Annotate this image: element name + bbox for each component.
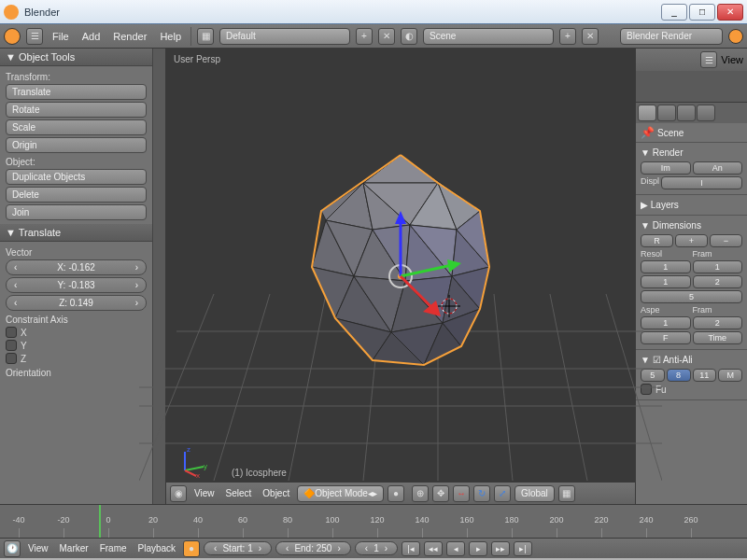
timeline-track[interactable]: -40-200204060801001201401601802002202402… bbox=[0, 505, 747, 538]
outliner-type-icon[interactable]: ☰ bbox=[700, 51, 717, 68]
timeline-tick-label: 60 bbox=[238, 515, 247, 525]
blender-logo-icon[interactable] bbox=[4, 28, 21, 45]
record-button[interactable]: ● bbox=[183, 540, 200, 557]
editor-type-icon[interactable]: ◉ bbox=[170, 485, 187, 502]
manip-translate-icon[interactable]: ↔ bbox=[453, 485, 470, 502]
prev-key-button[interactable]: ◂◂ bbox=[424, 541, 443, 556]
layout-add-icon[interactable]: + bbox=[356, 28, 373, 45]
tab-object[interactable] bbox=[697, 105, 715, 121]
scene-del-icon[interactable]: ✕ bbox=[582, 28, 599, 45]
display-dropdown[interactable]: I bbox=[661, 176, 742, 189]
tab-render[interactable] bbox=[638, 105, 656, 121]
res-pct[interactable]: 5 bbox=[641, 290, 742, 303]
constraint-x[interactable]: X bbox=[6, 327, 147, 338]
delete-button[interactable]: Delete bbox=[6, 187, 147, 203]
screen-layout-dropdown[interactable]: Default bbox=[219, 28, 350, 45]
render-image-button[interactable]: Im bbox=[641, 161, 691, 175]
duplicate-button[interactable]: Duplicate Objects bbox=[6, 169, 147, 185]
object-tools-header[interactable]: ▼ Object Tools bbox=[0, 49, 152, 66]
scene-add-icon[interactable]: + bbox=[559, 28, 576, 45]
fps[interactable]: 2 bbox=[693, 316, 743, 329]
constraint-z[interactable]: Z bbox=[6, 353, 147, 364]
orientation-dropdown[interactable]: Global bbox=[514, 485, 555, 502]
layers-icon[interactable]: ▦ bbox=[558, 485, 575, 502]
vp-menu-select[interactable]: Select bbox=[222, 486, 256, 500]
aspect-x[interactable]: 1 bbox=[641, 316, 691, 329]
mode-dropdown[interactable]: 🔶 Object Mode ◂▸ bbox=[297, 485, 384, 502]
vector-y-field[interactable]: ‹Y: -0.183› bbox=[6, 277, 147, 293]
tab-scene[interactable] bbox=[657, 105, 676, 121]
res-y[interactable]: 1 bbox=[641, 275, 691, 288]
perspective-label: User Persp bbox=[174, 54, 220, 64]
tl-frame[interactable]: Frame bbox=[96, 541, 131, 555]
3d-viewport[interactable]: User Persp bbox=[166, 49, 635, 504]
origin-button[interactable]: Origin bbox=[6, 137, 147, 153]
frame-start[interactable]: 1 bbox=[693, 260, 743, 273]
start-frame-field[interactable]: ‹ Start: 1 › bbox=[204, 541, 272, 555]
scene-dropdown[interactable]: Scene bbox=[423, 28, 554, 45]
translate-panel-header[interactable]: ▼ Translate bbox=[0, 224, 152, 242]
current-frame-field[interactable]: ‹ 1 › bbox=[355, 541, 398, 555]
layers-panel-header[interactable]: ▶ Layers bbox=[641, 198, 742, 212]
vector-x-field[interactable]: ‹X: -0.162› bbox=[6, 259, 147, 275]
manip-scale-icon[interactable]: ⤢ bbox=[494, 485, 511, 502]
minimize-button[interactable]: _ bbox=[661, 4, 687, 21]
outliner-view[interactable]: View bbox=[721, 54, 743, 65]
dimensions-panel-header[interactable]: ▼ Dimensions bbox=[641, 218, 742, 232]
close-button[interactable]: ✕ bbox=[717, 4, 743, 21]
timeline-tick-label: 160 bbox=[459, 515, 473, 525]
manip-rotate-icon[interactable]: ↻ bbox=[473, 485, 490, 502]
aa-8[interactable]: 8 bbox=[667, 369, 691, 382]
menu-help[interactable]: Help bbox=[156, 29, 185, 44]
transform-gizmo[interactable] bbox=[317, 192, 485, 360]
scene-icon[interactable]: ◐ bbox=[401, 28, 417, 45]
full-sample[interactable]: Fu bbox=[641, 384, 667, 395]
aa-11[interactable]: 11 bbox=[693, 369, 717, 382]
play-rev-button[interactable]: ◂ bbox=[446, 541, 465, 556]
vector-z-field[interactable]: ‹Z: 0.149› bbox=[6, 295, 147, 311]
layout-del-icon[interactable]: ✕ bbox=[378, 28, 395, 45]
pivot-icon[interactable]: ⊕ bbox=[412, 485, 429, 502]
menu-render[interactable]: Render bbox=[109, 29, 150, 44]
pin-icon[interactable]: 📌 bbox=[641, 126, 655, 139]
tab-world[interactable] bbox=[677, 105, 696, 121]
menu-file[interactable]: File bbox=[49, 29, 73, 44]
scale-button[interactable]: Scale bbox=[6, 119, 147, 135]
preset-dropdown[interactable]: R bbox=[641, 234, 673, 247]
maximize-button[interactable]: □ bbox=[689, 4, 715, 21]
vp-menu-view[interactable]: View bbox=[190, 486, 218, 500]
antialias-panel-header[interactable]: ▼ ☑ Anti-Ali bbox=[641, 353, 742, 367]
frame-end[interactable]: 2 bbox=[693, 275, 743, 288]
tl-playback[interactable]: Playback bbox=[134, 541, 180, 555]
window-type-icon[interactable]: ☰ bbox=[26, 28, 43, 45]
res-x[interactable]: 1 bbox=[641, 260, 691, 273]
translate-button[interactable]: Translate bbox=[6, 84, 147, 100]
aa-5[interactable]: 5 bbox=[641, 369, 665, 382]
jump-end-button[interactable]: ▸| bbox=[514, 541, 532, 556]
outliner[interactable] bbox=[636, 71, 747, 103]
join-button[interactable]: Join bbox=[6, 204, 147, 220]
layout-icon[interactable]: ▦ bbox=[197, 28, 214, 45]
preset-del[interactable]: − bbox=[710, 234, 742, 247]
tl-view[interactable]: View bbox=[24, 541, 52, 555]
aspect-y[interactable]: F bbox=[641, 331, 691, 344]
play-button[interactable]: ▸ bbox=[469, 541, 487, 556]
next-key-button[interactable]: ▸▸ bbox=[491, 541, 510, 556]
menu-add[interactable]: Add bbox=[78, 29, 105, 44]
jump-start-button[interactable]: |◂ bbox=[402, 541, 420, 556]
timeline-type-icon[interactable]: 🕐 bbox=[4, 540, 21, 557]
shading-icon[interactable]: ● bbox=[388, 485, 404, 502]
constraint-y[interactable]: Y bbox=[6, 340, 147, 351]
toolshelf-scrollbar[interactable] bbox=[152, 49, 165, 504]
time-remap[interactable]: Time bbox=[693, 331, 743, 344]
preset-add[interactable]: + bbox=[675, 234, 708, 247]
manipulator-icon[interactable]: ✥ bbox=[432, 485, 449, 502]
rotate-button[interactable]: Rotate bbox=[6, 102, 147, 118]
end-frame-field[interactable]: ‹ End: 250 › bbox=[275, 541, 351, 555]
tl-marker[interactable]: Marker bbox=[56, 541, 92, 555]
vp-menu-object[interactable]: Object bbox=[259, 486, 293, 500]
render-panel-header[interactable]: ▼ Render bbox=[641, 146, 742, 160]
render-engine-dropdown[interactable]: Blender Render bbox=[620, 28, 723, 45]
aa-m[interactable]: M bbox=[718, 369, 742, 382]
render-anim-button[interactable]: An bbox=[693, 161, 743, 175]
